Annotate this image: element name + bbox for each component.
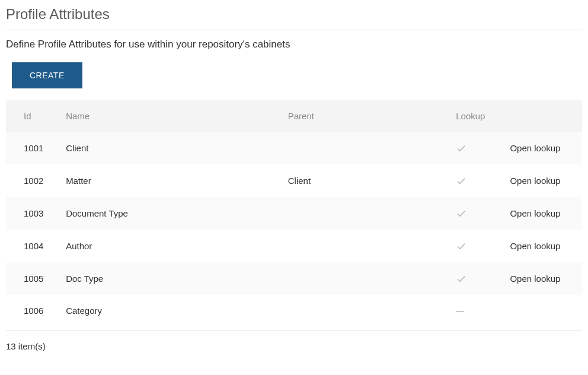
cell-lookup <box>450 262 504 295</box>
table-row[interactable]: 1001ClientOpen lookup <box>6 132 582 164</box>
open-lookup-link[interactable]: Open lookup <box>510 208 560 218</box>
cell-parent <box>282 295 450 326</box>
table-row[interactable]: 1004AuthorOpen lookup <box>6 230 582 262</box>
cell-id: 1005 <box>6 262 60 295</box>
cell-name: Category <box>60 295 282 326</box>
cell-lookup <box>450 295 504 326</box>
cell-action: Open lookup <box>504 230 582 262</box>
cell-parent: Client <box>282 164 450 197</box>
cell-id: 1003 <box>6 197 60 230</box>
cell-lookup <box>450 230 504 262</box>
check-icon <box>456 208 466 219</box>
cell-parent <box>282 262 450 295</box>
create-button[interactable]: CREATE <box>12 62 82 88</box>
cell-parent <box>282 132 450 164</box>
open-lookup-link[interactable]: Open lookup <box>510 241 560 251</box>
cell-name: Matter <box>60 164 282 197</box>
table-row[interactable]: 1005Doc TypeOpen lookup <box>6 262 582 295</box>
cell-parent <box>282 197 450 230</box>
cell-name: Document Type <box>60 197 282 230</box>
cell-id: 1002 <box>6 164 60 197</box>
attributes-table: Id Name Parent Lookup 1001ClientOpen loo… <box>6 100 582 326</box>
table-row[interactable]: 1003Document TypeOpen lookup <box>6 197 582 230</box>
cell-action: Open lookup <box>504 197 582 230</box>
cell-name: Client <box>60 132 282 164</box>
check-icon <box>456 240 466 252</box>
open-lookup-link[interactable]: Open lookup <box>510 176 560 186</box>
cell-action: Open lookup <box>504 132 582 164</box>
cell-id: 1006 <box>6 295 60 326</box>
check-icon <box>456 175 466 186</box>
cell-lookup <box>450 132 504 164</box>
header-lookup[interactable]: Lookup <box>450 100 504 132</box>
cell-parent <box>282 230 450 262</box>
cell-name: Doc Type <box>60 262 282 295</box>
table-header-row: Id Name Parent Lookup <box>6 100 582 132</box>
table-row[interactable]: 1006Category <box>6 295 582 326</box>
check-icon <box>456 142 466 154</box>
open-lookup-link[interactable]: Open lookup <box>510 143 560 153</box>
cell-name: Author <box>60 230 282 262</box>
header-action <box>504 100 582 132</box>
dash-icon <box>456 311 464 312</box>
cell-id: 1004 <box>6 230 60 262</box>
cell-id: 1001 <box>6 132 60 164</box>
cell-action: Open lookup <box>504 262 582 295</box>
header-name[interactable]: Name <box>60 100 282 132</box>
cell-lookup <box>450 164 504 197</box>
page-subtitle: Define Profile Attributes for use within… <box>6 39 582 50</box>
cell-action: Open lookup <box>504 164 582 197</box>
cell-lookup <box>450 197 504 230</box>
table-row[interactable]: 1002MatterClientOpen lookup <box>6 164 582 197</box>
header-id[interactable]: Id <box>6 100 60 132</box>
cell-action <box>504 295 582 326</box>
header-parent[interactable]: Parent <box>282 100 450 132</box>
open-lookup-link[interactable]: Open lookup <box>510 274 560 284</box>
check-icon <box>456 273 466 284</box>
footer-count: 13 item(s) <box>6 330 582 351</box>
page-title: Profile Attributes <box>6 6 582 30</box>
